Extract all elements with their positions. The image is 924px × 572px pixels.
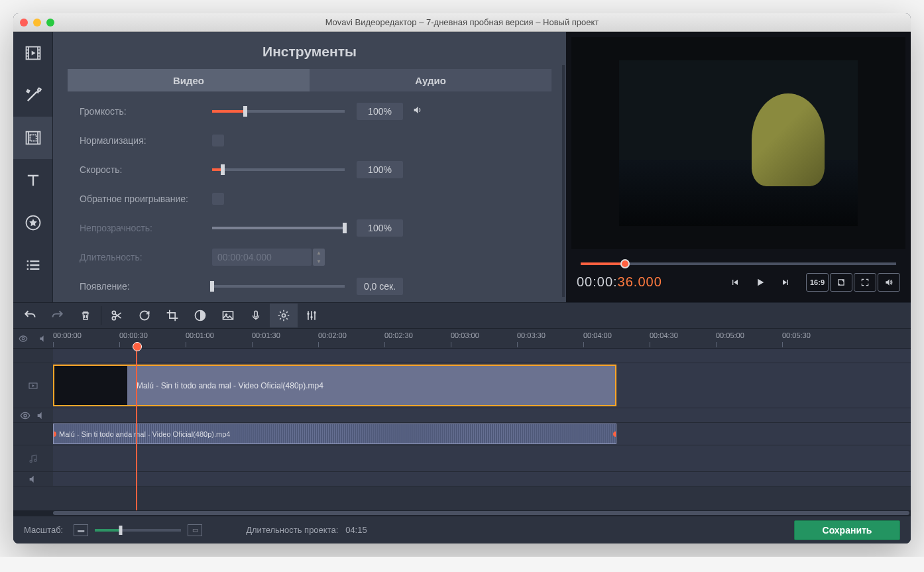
close-window-button[interactable] xyxy=(20,19,28,27)
fadein-value[interactable]: 0,0 сек. xyxy=(357,278,403,295)
reverse-checkbox[interactable] xyxy=(212,193,224,205)
reverse-label: Обратное проигрывание: xyxy=(80,194,212,204)
window-title: Movavi Видеоредактор – 7-дневная пробная… xyxy=(325,17,599,27)
speaker-icon xyxy=(412,105,423,115)
tab-audio[interactable]: Аудио xyxy=(310,69,551,91)
popout-icon xyxy=(837,278,846,287)
preview-viewport[interactable] xyxy=(571,37,905,249)
timeline-toolbar xyxy=(13,302,911,329)
delete-button[interactable] xyxy=(72,304,99,327)
music-track[interactable] xyxy=(13,445,911,472)
sidebar-more-button[interactable] xyxy=(13,244,52,286)
prev-frame-button[interactable] xyxy=(725,272,745,292)
music-note-icon xyxy=(28,453,38,464)
ruler-ticks: 00:00:0000:00:3000:01:0000:01:3000:02:00… xyxy=(53,329,911,348)
overlay-track-header-row xyxy=(13,349,911,363)
zoom-in-button[interactable]: ▭ xyxy=(188,524,202,536)
zoom-window-button[interactable] xyxy=(46,19,54,27)
redo-button[interactable] xyxy=(44,304,72,327)
split-button[interactable] xyxy=(103,304,131,327)
duration-label: Длительность: xyxy=(80,252,212,262)
tools-scrollbar[interactable] xyxy=(562,65,565,297)
duration-spinner: ▲▼ xyxy=(313,249,325,266)
video-track-controls xyxy=(13,408,911,423)
volume-row: Громкость: 100% xyxy=(80,103,540,119)
video-clip[interactable]: Malú - Sin ti todo anda mal - Video Ofic… xyxy=(53,365,616,406)
normalize-checkbox[interactable] xyxy=(212,135,224,146)
crop-tool-icon xyxy=(24,129,42,147)
save-button[interactable]: Сохранить xyxy=(794,520,900,540)
clip-properties-button[interactable] xyxy=(270,304,298,327)
normalize-label: Нормализация: xyxy=(80,135,212,146)
speed-value[interactable]: 100% xyxy=(357,161,403,178)
zoom-label: Масштаб: xyxy=(24,525,63,535)
ruler-head xyxy=(13,329,53,348)
color-button[interactable] xyxy=(186,304,214,327)
sidebar-stickers-button[interactable] xyxy=(13,201,52,244)
equalizer-button[interactable] xyxy=(298,304,325,327)
clip-handle-right[interactable] xyxy=(613,431,616,437)
timeline: 00:00:0000:00:3000:01:0000:01:3000:02:00… xyxy=(13,329,911,516)
opacity-row: Непрозрачность: 100% xyxy=(80,220,540,236)
redo-icon xyxy=(51,309,64,322)
duration-input: 00:00:04.000 xyxy=(212,249,312,266)
eye-icon xyxy=(19,334,28,343)
skip-fwd-icon xyxy=(780,277,791,288)
speed-row: Скорость: 100% xyxy=(80,162,540,178)
fullscreen-button[interactable] xyxy=(854,273,876,292)
speaker-small-icon[interactable] xyxy=(36,410,46,421)
mic-icon xyxy=(250,310,262,321)
timeline-h-scrollbar[interactable] xyxy=(13,510,911,516)
volume-value[interactable]: 100% xyxy=(357,103,403,120)
svg-point-9 xyxy=(310,316,312,318)
next-frame-button[interactable] xyxy=(776,272,795,292)
undo-button[interactable] xyxy=(16,304,44,327)
preview-mute-button[interactable] xyxy=(878,273,900,292)
reverse-row: Обратное проигрывание: xyxy=(80,191,540,207)
sidebar-transitions-button[interactable] xyxy=(13,117,52,159)
video-track[interactable]: Malú - Sin ti todo anda mal - Video Ofic… xyxy=(13,363,911,408)
app-content: Инструменты Видео Аудио Громкость: 100% … xyxy=(13,32,911,543)
film-icon xyxy=(24,44,42,62)
ruler-tick: 00:00:00 xyxy=(53,331,82,339)
timeline-ruler[interactable]: 00:00:0000:00:3000:01:0000:01:3000:02:00… xyxy=(13,329,911,349)
fadein-slider[interactable] xyxy=(212,285,345,288)
volume-mute-button[interactable] xyxy=(412,105,423,118)
statusbar: Масштаб: ▬ ▭ Длительность проекта: 04:15… xyxy=(13,516,911,543)
minimize-window-button[interactable] xyxy=(33,19,41,27)
speed-slider[interactable] xyxy=(212,168,345,171)
sidebar-filters-button[interactable] xyxy=(13,74,52,117)
linked-audio-track[interactable]: Malú - Sin ti todo anda mal - Video Ofic… xyxy=(13,423,911,445)
play-button[interactable] xyxy=(750,272,770,292)
svg-point-15 xyxy=(34,459,36,461)
fullscreen-icon xyxy=(860,278,870,287)
tab-video[interactable]: Видео xyxy=(68,69,310,91)
opacity-value: 100% xyxy=(357,219,403,237)
eye-icon[interactable] xyxy=(20,410,30,421)
crop-icon xyxy=(166,309,179,322)
fadein-label: Появление: xyxy=(80,281,212,292)
preview-seekbar[interactable] xyxy=(571,249,905,268)
video-track-head xyxy=(13,363,53,408)
tools-tabs: Видео Аудио xyxy=(68,69,551,91)
preview-controls: 00:00:36.000 16:9 xyxy=(571,268,905,297)
crop-button[interactable] xyxy=(158,304,186,327)
speaker-small-icon[interactable] xyxy=(28,474,38,485)
gear-icon xyxy=(277,309,290,322)
playhead[interactable] xyxy=(136,349,137,510)
sidebar-media-button[interactable] xyxy=(13,32,52,74)
rotate-button[interactable] xyxy=(131,304,158,327)
zoom-out-button[interactable]: ▬ xyxy=(74,524,88,536)
audio-clip[interactable]: Malú - Sin ti todo anda mal - Video Ofic… xyxy=(53,424,616,444)
sidebar-titles-button[interactable] xyxy=(13,159,52,201)
aspect-ratio-button[interactable]: 16:9 xyxy=(806,273,829,292)
svg-point-13 xyxy=(24,414,27,417)
titlebar: Movavi Видеоредактор – 7-дневная пробная… xyxy=(13,13,911,32)
image-button[interactable] xyxy=(214,304,242,327)
volume-slider[interactable] xyxy=(212,110,345,113)
zoom-slider[interactable] xyxy=(95,529,181,532)
list-icon xyxy=(24,256,42,274)
record-button[interactable] xyxy=(242,304,270,327)
opacity-label: Непрозрачность: xyxy=(80,223,212,233)
unpin-preview-button[interactable] xyxy=(830,273,852,292)
